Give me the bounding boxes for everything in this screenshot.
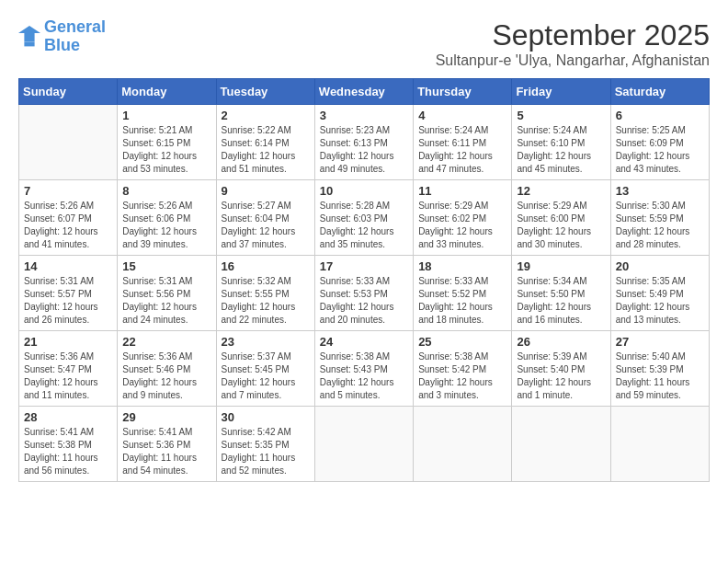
day-info: Sunrise: 5:38 AM Sunset: 5:43 PM Dayligh… (320, 350, 408, 402)
day-cell: 1Sunrise: 5:21 AM Sunset: 6:15 PM Daylig… (118, 105, 216, 180)
day-number: 26 (517, 335, 605, 349)
day-cell: 11Sunrise: 5:29 AM Sunset: 6:02 PM Dayli… (414, 180, 512, 256)
day-cell: 24Sunrise: 5:38 AM Sunset: 5:43 PM Dayli… (314, 331, 413, 407)
day-cell: 6Sunrise: 5:25 AM Sunset: 6:09 PM Daylig… (610, 105, 709, 180)
day-cell: 19Sunrise: 5:34 AM Sunset: 5:50 PM Dayli… (512, 256, 610, 331)
day-info: Sunrise: 5:35 AM Sunset: 5:49 PM Dayligh… (616, 275, 704, 327)
day-number: 17 (320, 259, 408, 273)
svg-rect-1 (24, 41, 34, 46)
day-cell: 15Sunrise: 5:31 AM Sunset: 5:56 PM Dayli… (118, 256, 216, 331)
day-cell: 20Sunrise: 5:35 AM Sunset: 5:49 PM Dayli… (610, 256, 709, 331)
day-info: Sunrise: 5:34 AM Sunset: 5:50 PM Dayligh… (517, 275, 605, 327)
day-info: Sunrise: 5:31 AM Sunset: 5:56 PM Dayligh… (122, 275, 210, 327)
day-number: 10 (320, 184, 408, 198)
day-cell: 12Sunrise: 5:29 AM Sunset: 6:00 PM Dayli… (512, 180, 610, 256)
header-cell-wednesday: Wednesday (314, 79, 413, 105)
day-number: 24 (320, 335, 408, 349)
day-info: Sunrise: 5:30 AM Sunset: 5:59 PM Dayligh… (616, 200, 704, 251)
header-cell-thursday: Thursday (414, 79, 512, 105)
day-cell (610, 407, 709, 482)
day-number: 9 (222, 184, 310, 198)
day-number: 6 (616, 109, 704, 122)
day-number: 15 (122, 259, 210, 273)
header-row: SundayMondayTuesdayWednesdayThursdayFrid… (19, 79, 710, 105)
day-number: 18 (418, 259, 506, 273)
day-cell: 26Sunrise: 5:39 AM Sunset: 5:40 PM Dayli… (512, 331, 610, 407)
calendar-table: SundayMondayTuesdayWednesdayThursdayFrid… (18, 78, 710, 482)
day-number: 5 (517, 109, 605, 122)
header-cell-friday: Friday (512, 79, 610, 105)
day-cell: 8Sunrise: 5:26 AM Sunset: 6:06 PM Daylig… (118, 180, 216, 256)
day-number: 20 (616, 259, 704, 273)
day-info: Sunrise: 5:41 AM Sunset: 5:36 PM Dayligh… (122, 426, 210, 477)
day-cell: 17Sunrise: 5:33 AM Sunset: 5:53 PM Dayli… (314, 256, 413, 331)
day-number: 8 (122, 184, 210, 198)
day-number: 12 (517, 184, 605, 198)
day-number: 2 (222, 109, 310, 122)
page-header: General Blue September 2025 Sultanpur-e … (18, 18, 710, 69)
day-info: Sunrise: 5:36 AM Sunset: 5:47 PM Dayligh… (24, 350, 112, 402)
day-number: 22 (122, 335, 210, 349)
day-cell: 2Sunrise: 5:22 AM Sunset: 6:14 PM Daylig… (216, 105, 314, 180)
day-info: Sunrise: 5:29 AM Sunset: 6:02 PM Dayligh… (418, 200, 506, 251)
day-info: Sunrise: 5:23 AM Sunset: 6:13 PM Dayligh… (320, 124, 408, 176)
location-subtitle: Sultanpur-e 'Ulya, Nangarhar, Afghanista… (436, 52, 710, 69)
day-number: 30 (222, 410, 310, 424)
day-cell: 3Sunrise: 5:23 AM Sunset: 6:13 PM Daylig… (314, 105, 413, 180)
day-cell (512, 407, 610, 482)
day-number: 28 (24, 410, 112, 424)
day-info: Sunrise: 5:27 AM Sunset: 6:04 PM Dayligh… (222, 200, 310, 251)
day-info: Sunrise: 5:36 AM Sunset: 5:46 PM Dayligh… (122, 350, 210, 402)
day-info: Sunrise: 5:24 AM Sunset: 6:10 PM Dayligh… (517, 124, 605, 176)
day-cell: 21Sunrise: 5:36 AM Sunset: 5:47 PM Dayli… (19, 331, 118, 407)
logo-text: General Blue (44, 18, 106, 55)
day-info: Sunrise: 5:28 AM Sunset: 6:03 PM Dayligh… (320, 200, 408, 251)
day-number: 21 (24, 335, 112, 349)
day-number: 27 (616, 335, 704, 349)
day-number: 19 (517, 259, 605, 273)
day-number: 1 (122, 109, 210, 122)
week-row-3: 21Sunrise: 5:36 AM Sunset: 5:47 PM Dayli… (19, 331, 710, 407)
header-cell-sunday: Sunday (19, 79, 118, 105)
day-number: 4 (418, 109, 506, 122)
day-number: 29 (122, 410, 210, 424)
day-cell: 4Sunrise: 5:24 AM Sunset: 6:11 PM Daylig… (414, 105, 512, 180)
day-info: Sunrise: 5:22 AM Sunset: 6:14 PM Dayligh… (222, 124, 310, 176)
svg-marker-0 (18, 26, 40, 42)
day-info: Sunrise: 5:31 AM Sunset: 5:57 PM Dayligh… (24, 275, 112, 327)
day-cell: 7Sunrise: 5:26 AM Sunset: 6:07 PM Daylig… (19, 180, 118, 256)
day-info: Sunrise: 5:24 AM Sunset: 6:11 PM Dayligh… (418, 124, 506, 176)
day-info: Sunrise: 5:26 AM Sunset: 6:07 PM Dayligh… (24, 200, 112, 251)
day-cell: 30Sunrise: 5:42 AM Sunset: 5:35 PM Dayli… (216, 407, 314, 482)
day-cell: 22Sunrise: 5:36 AM Sunset: 5:46 PM Dayli… (118, 331, 216, 407)
day-info: Sunrise: 5:40 AM Sunset: 5:39 PM Dayligh… (616, 350, 704, 402)
day-cell: 29Sunrise: 5:41 AM Sunset: 5:36 PM Dayli… (118, 407, 216, 482)
day-number: 23 (222, 335, 310, 349)
logo-icon (18, 26, 40, 48)
month-title: September 2025 (436, 18, 710, 52)
day-cell: 9Sunrise: 5:27 AM Sunset: 6:04 PM Daylig… (216, 180, 314, 256)
header-cell-saturday: Saturday (610, 79, 709, 105)
day-cell: 28Sunrise: 5:41 AM Sunset: 5:38 PM Dayli… (19, 407, 118, 482)
day-info: Sunrise: 5:33 AM Sunset: 5:53 PM Dayligh… (320, 275, 408, 327)
title-block: September 2025 Sultanpur-e 'Ulya, Nangar… (436, 18, 710, 69)
day-cell (19, 105, 118, 180)
day-info: Sunrise: 5:38 AM Sunset: 5:42 PM Dayligh… (418, 350, 506, 402)
day-info: Sunrise: 5:39 AM Sunset: 5:40 PM Dayligh… (517, 350, 605, 402)
day-info: Sunrise: 5:29 AM Sunset: 6:00 PM Dayligh… (517, 200, 605, 251)
day-cell: 25Sunrise: 5:38 AM Sunset: 5:42 PM Dayli… (414, 331, 512, 407)
day-cell (414, 407, 512, 482)
day-info: Sunrise: 5:26 AM Sunset: 6:06 PM Dayligh… (122, 200, 210, 251)
header-cell-tuesday: Tuesday (216, 79, 314, 105)
day-number: 25 (418, 335, 506, 349)
week-row-4: 28Sunrise: 5:41 AM Sunset: 5:38 PM Dayli… (19, 407, 710, 482)
day-cell: 10Sunrise: 5:28 AM Sunset: 6:03 PM Dayli… (314, 180, 413, 256)
day-cell: 5Sunrise: 5:24 AM Sunset: 6:10 PM Daylig… (512, 105, 610, 180)
day-cell: 23Sunrise: 5:37 AM Sunset: 5:45 PM Dayli… (216, 331, 314, 407)
logo: General Blue (18, 18, 106, 55)
day-cell: 16Sunrise: 5:32 AM Sunset: 5:55 PM Dayli… (216, 256, 314, 331)
day-cell: 27Sunrise: 5:40 AM Sunset: 5:39 PM Dayli… (610, 331, 709, 407)
day-number: 14 (24, 259, 112, 273)
day-info: Sunrise: 5:42 AM Sunset: 5:35 PM Dayligh… (222, 426, 310, 477)
day-cell: 13Sunrise: 5:30 AM Sunset: 5:59 PM Dayli… (610, 180, 709, 256)
